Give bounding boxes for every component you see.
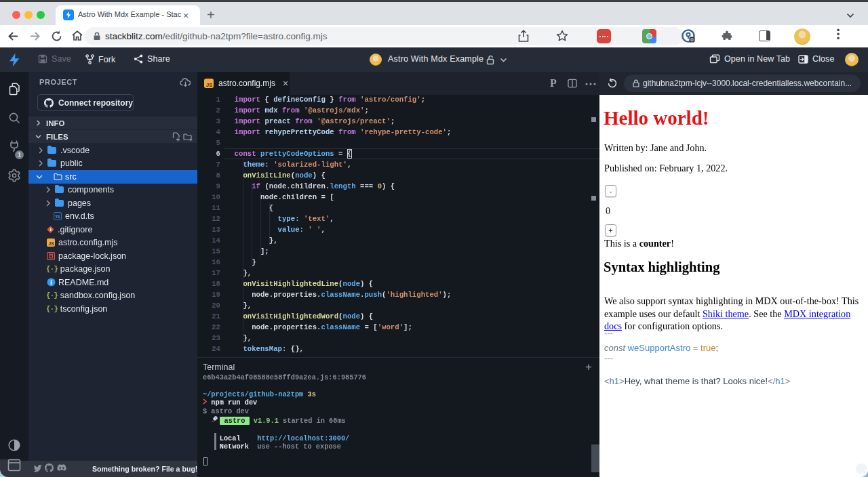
svg-text:TS: TS	[55, 215, 60, 219]
svg-text:JS: JS	[206, 82, 212, 88]
svg-text:JS: JS	[49, 241, 55, 246]
